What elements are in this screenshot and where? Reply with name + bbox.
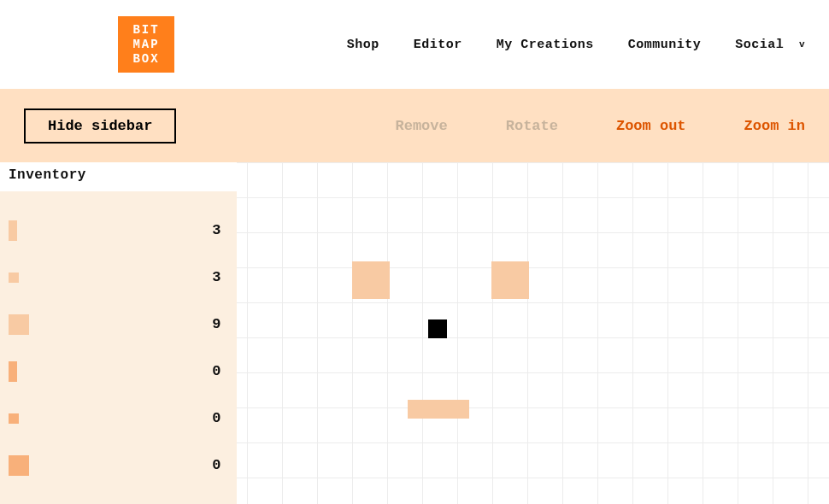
placed-block[interactable] [352, 261, 390, 299]
inventory-item[interactable]: 3 [9, 254, 225, 301]
inventory-item[interactable]: 0 [9, 442, 225, 489]
editor-main: Inventory 339000 [0, 162, 829, 504]
logo-line-1: BIT [132, 23, 159, 38]
inventory-count: 3 [212, 222, 225, 238]
inventory-swatch [9, 360, 32, 384]
inventory-swatch [9, 313, 32, 337]
inventory-swatch [9, 266, 32, 290]
inventory-item[interactable]: 0 [9, 395, 225, 442]
editor-toolbar: Hide sidebar Remove Rotate Zoom out Zoom… [0, 89, 829, 162]
inventory-count: 0 [212, 457, 225, 473]
inventory-list: 339000 [9, 207, 225, 489]
nav-my-creations[interactable]: My Creations [497, 38, 594, 52]
zoom-out-button[interactable]: Zoom out [616, 118, 686, 134]
zoom-in-button[interactable]: Zoom in [744, 118, 805, 134]
inventory-swatch [9, 407, 32, 431]
remove-button[interactable]: Remove [396, 118, 448, 134]
placed-block[interactable] [408, 400, 469, 419]
editor-canvas[interactable] [237, 162, 829, 504]
inventory-swatch [9, 219, 32, 243]
inventory-item[interactable]: 0 [9, 348, 225, 395]
nav-editor[interactable]: Editor [414, 38, 462, 52]
rotate-button[interactable]: Rotate [506, 118, 558, 134]
inventory-sidebar: Inventory 339000 [0, 162, 237, 504]
nav-community[interactable]: Community [628, 38, 702, 52]
placed-block[interactable] [491, 261, 529, 299]
placed-block[interactable] [428, 319, 447, 338]
nav-shop[interactable]: Shop [347, 38, 379, 52]
logo-line-3: BOX [132, 52, 159, 67]
chevron-down-icon: v [799, 39, 805, 50]
inventory-item[interactable]: 3 [9, 207, 225, 254]
inventory-item[interactable]: 9 [9, 301, 225, 348]
app-header: BIT MAP BOX Shop Editor My Creations Com… [0, 0, 829, 89]
logo-line-2: MAP [132, 38, 159, 52]
inventory-swatch [9, 454, 32, 478]
inventory-count: 0 [212, 363, 225, 379]
nav-social[interactable]: Social v [735, 38, 805, 52]
inventory-count: 9 [212, 316, 225, 332]
main-nav: Shop Editor My Creations Community Socia… [347, 38, 805, 52]
logo[interactable]: BIT MAP BOX [118, 16, 174, 73]
inventory-count: 0 [212, 410, 225, 426]
hide-sidebar-button[interactable]: Hide sidebar [24, 108, 176, 144]
nav-social-label: Social [735, 38, 784, 52]
inventory-title: Inventory [0, 162, 237, 191]
inventory-count: 3 [212, 269, 225, 285]
